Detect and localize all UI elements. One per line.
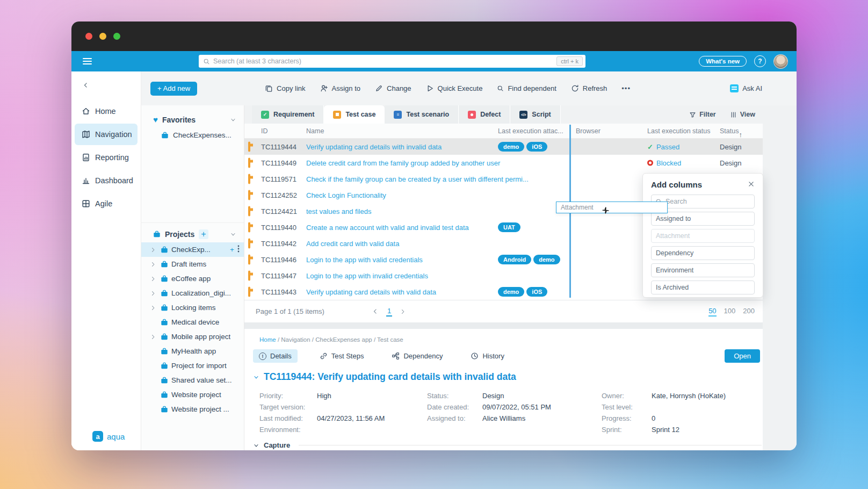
column-header-last-execution-status[interactable]: Last execution status (647, 127, 710, 135)
add-columns-search-input[interactable] (662, 198, 752, 205)
current-page-button[interactable]: 1 (386, 307, 392, 317)
maximize-traffic-light[interactable] (113, 33, 120, 40)
aqua-logo[interactable]: a aqua (92, 431, 125, 442)
test-case-title[interactable]: TC1119444: Verify updating card details … (253, 371, 763, 383)
project-tree-item[interactable]: Locking items (141, 300, 244, 315)
chevron-right-icon[interactable] (150, 305, 157, 311)
chevron-right-icon[interactable] (150, 276, 157, 282)
refresh-button[interactable]: Refresh (571, 84, 607, 92)
add-item-button[interactable]: + (230, 246, 234, 254)
detail-tab-test-steps[interactable]: Test Steps (314, 349, 370, 363)
minimize-traffic-light[interactable] (99, 33, 106, 40)
add-columns-popup: Add columns Assigned toAttachmentDepende… (642, 173, 763, 298)
detail-tab-history[interactable]: History (465, 349, 510, 363)
tab-defect[interactable]: Defect (459, 105, 510, 124)
copy-link-button[interactable]: Copy link (265, 84, 305, 92)
chevron-right-icon[interactable] (150, 247, 157, 253)
addable-column-assigned-to[interactable]: Assigned to (651, 212, 755, 226)
filter-button[interactable]: Filter (689, 111, 716, 118)
dashboard-icon (82, 176, 90, 185)
table-row[interactable]: TC1119449Delete credit card from the fam… (244, 155, 763, 171)
project-tree-item[interactable]: Shared value set... (141, 373, 244, 387)
more-actions-button[interactable]: ••• (621, 84, 631, 92)
sidebar-item-reporting[interactable]: Reporting (75, 147, 138, 168)
project-tree-item[interactable]: Project for import (141, 358, 244, 373)
find-dependent-button[interactable]: Find dependent (497, 84, 556, 92)
search-input[interactable] (210, 57, 556, 65)
change-button[interactable]: Change (375, 84, 411, 92)
addable-column-dependency[interactable]: Dependency (651, 246, 755, 260)
project-tree-item[interactable]: Mobile app project (141, 329, 244, 344)
close-traffic-light[interactable] (85, 33, 92, 40)
project-tree-item[interactable]: MyHealth app (141, 344, 244, 358)
detail-field: Owner:Kate, Hornysh (HoKate) (602, 390, 763, 401)
chevron-down-icon[interactable] (230, 231, 236, 238)
row-name-link[interactable]: Create a new account with valid and inva… (306, 224, 469, 232)
sidebar-item-home[interactable]: Home (75, 100, 138, 122)
next-page-button[interactable] (400, 308, 406, 315)
sidebar-item-agile[interactable]: Agile (75, 193, 138, 214)
column-header-browser[interactable]: Browser (576, 127, 601, 135)
page-size-100[interactable]: 100 (724, 307, 736, 317)
favorite-item[interactable]: CheckExpenses... (141, 127, 244, 143)
project-tree-item[interactable]: CheckExp...+ (141, 242, 244, 257)
column-header-name[interactable]: Name (306, 127, 324, 135)
project-tree-item[interactable]: Website project ... (141, 402, 244, 416)
column-header-id[interactable]: ID (261, 127, 268, 135)
tab-script[interactable]: </>Script (510, 105, 560, 124)
row-name-link[interactable]: Login to the app with valid credentials (306, 256, 423, 264)
whats-new-button[interactable]: What's new (699, 56, 747, 67)
row-name-link[interactable]: Verify updating card details with invali… (306, 143, 442, 151)
chevron-right-icon[interactable] (150, 334, 157, 340)
add-project-button[interactable]: + (199, 229, 208, 239)
user-avatar[interactable] (773, 54, 788, 69)
addable-column-is-archived[interactable]: Is Archived (651, 281, 755, 294)
row-name-link[interactable]: Add credit card with valid data (306, 240, 399, 248)
chevron-right-icon[interactable] (150, 261, 157, 268)
project-tree-item[interactable]: Website project (141, 387, 244, 402)
open-button[interactable]: Open (725, 349, 760, 363)
quick-execute-button[interactable]: Quick Execute (426, 84, 483, 92)
row-name-link[interactable]: Login to the app with invalid credential… (306, 272, 428, 280)
column-header-last-execution-attac-[interactable]: Last execution attac... (498, 127, 563, 135)
assign-to-button[interactable]: Assign to (320, 84, 360, 92)
projects-header[interactable]: Projects + (141, 226, 244, 242)
row-name-link[interactable]: Delete credit card from the family group… (306, 159, 500, 167)
breadcrumb-home[interactable]: Home (259, 336, 276, 343)
add-new-button[interactable]: + Add new (150, 82, 197, 96)
column-header-status[interactable]: Status ↑ (720, 127, 739, 135)
sidebar-item-navigation[interactable]: Navigation (75, 124, 138, 145)
row-name-link[interactable]: Verify updating card details with valid … (306, 288, 436, 296)
dragged-column-ghost[interactable]: Attachment (556, 202, 668, 213)
detail-tab-details[interactable]: !Details (253, 349, 298, 363)
help-button[interactable]: ? (754, 55, 766, 67)
chevron-right-icon[interactable] (150, 290, 157, 297)
view-button[interactable]: View (730, 111, 755, 118)
project-tree-item[interactable]: eCoffee app (141, 271, 244, 286)
tab-test-scenario[interactable]: ≡Test scenario (385, 105, 459, 124)
row-name-link[interactable]: Check Login Functionality (306, 191, 386, 199)
tab-test-case[interactable]: Test case (324, 105, 385, 124)
favorites-header[interactable]: ♥ Favorites (141, 112, 244, 127)
addable-column-environment[interactable]: Environment (651, 263, 755, 277)
page-size-200[interactable]: 200 (743, 307, 755, 317)
addable-column-attachment[interactable]: Attachment (651, 229, 755, 243)
project-tree-item[interactable]: Medical device (141, 315, 244, 329)
capture-section-header[interactable]: Capture (253, 441, 763, 449)
chevron-down-icon[interactable] (230, 117, 236, 123)
hamburger-menu-icon[interactable] (83, 56, 92, 66)
tab-requirement[interactable]: ✓Requirement (252, 105, 324, 124)
table-row[interactable]: TC1119444Verify updating card details wi… (244, 139, 763, 155)
page-size-50[interactable]: 50 (708, 307, 716, 317)
close-icon[interactable] (748, 181, 755, 189)
project-tree-item[interactable]: Draft items (141, 257, 244, 271)
sidebar-item-dashboard[interactable]: Dashboard (75, 170, 138, 191)
prev-page-button[interactable] (372, 308, 379, 315)
kebab-menu-icon[interactable] (237, 245, 240, 254)
row-name-link[interactable]: Check if the family group can be created… (306, 175, 529, 183)
project-tree-item[interactable]: Localization_digi... (141, 286, 244, 300)
ask-ai-button[interactable]: Ask AI (730, 84, 762, 92)
detail-tab-dependency[interactable]: Dependency (386, 349, 449, 363)
row-name-link[interactable]: test values and fileds (306, 207, 371, 215)
collapse-sidebar-button[interactable] (71, 77, 141, 93)
